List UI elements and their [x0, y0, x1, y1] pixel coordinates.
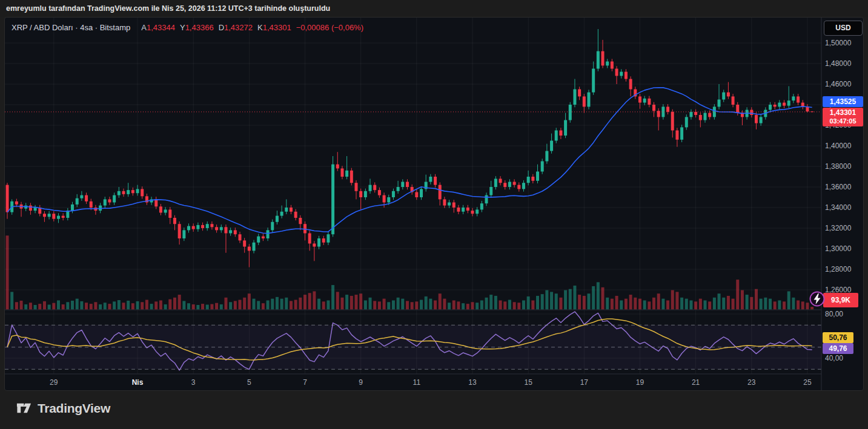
time-tick-label: 17 [580, 378, 588, 387]
rsi-value-label: 49,76 [823, 343, 853, 354]
time-tick-label: 9 [359, 378, 363, 387]
price-tick-label: 1,46000 [825, 80, 851, 88]
low-label: D [219, 23, 224, 32]
time-tick-label: Nis [132, 378, 144, 387]
attribution-text: emreyumlu tarafından TradingView.com ile… [0, 0, 868, 17]
low-value: 1,43272 [224, 23, 253, 32]
open-label: A [141, 23, 147, 32]
time-tick-label: 7 [303, 378, 307, 387]
open-value: 1,43344 [147, 23, 175, 32]
time-tick-label: 11 [413, 378, 420, 387]
price-tick-label: 1,34000 [825, 203, 851, 212]
footer-brand[interactable]: TradingView [16, 400, 110, 416]
price-tick-label: 1,40000 [825, 142, 851, 150]
time-tick-label: 3 [191, 378, 196, 387]
price-tick-label: 1,50000 [825, 39, 851, 47]
flash-icon[interactable] [809, 290, 826, 307]
high-label: Y [180, 23, 185, 32]
ma-price-label: 1,43525 [823, 96, 863, 107]
close-value: 1,43301 [263, 23, 291, 32]
price-tick-label: 1,32000 [825, 224, 851, 232]
time-tick-label: 13 [468, 378, 476, 387]
last-price-value: 1,43301 [823, 108, 863, 117]
time-tick-label: 15 [524, 378, 532, 387]
time-tick-label: 29 [50, 378, 58, 387]
time-axis[interactable]: 29Nis35791113151719212325 [5, 374, 821, 391]
chart-frame: XRP / ABD Doları · 4sa · BitstampA1,4334… [4, 17, 864, 391]
price-tick-label: 1,38000 [825, 162, 851, 171]
price-tick-label: 80,00 [825, 310, 843, 318]
time-tick-label: 21 [692, 378, 700, 387]
chart-legend: XRP / ABD Doları · 4sa · BitstampA1,4334… [12, 23, 363, 32]
high-value: 1,43366 [185, 23, 214, 32]
price-tick-label: 1,36000 [825, 183, 851, 191]
price-tick-label: 1,48000 [825, 59, 851, 68]
price-tick-label: 40,00 [825, 354, 843, 362]
change-value: −0,00086 (−0,06%) [296, 23, 363, 32]
tradingview-logo-icon [16, 400, 32, 416]
symbol-title[interactable]: XRP / ABD Doları · 4sa · Bitstamp [12, 23, 130, 32]
time-tick-label: 19 [636, 378, 644, 387]
candle-countdown: 03:47:05 [823, 117, 863, 125]
price-tick-label: 1,28000 [825, 265, 851, 273]
chart-canvas[interactable] [5, 18, 863, 390]
rsi-ma-label: 50,76 [823, 332, 853, 343]
volume-value-label: 93,9K [823, 293, 858, 307]
time-tick-label: 23 [747, 378, 755, 387]
close-label: K [257, 23, 263, 32]
tradingview-brand-text: TradingView [38, 401, 110, 416]
time-tick-label: 5 [247, 378, 251, 387]
last-price-label: 1,43301 03:47:05 [823, 108, 863, 126]
time-tick-label: 25 [803, 378, 811, 387]
currency-toggle-button[interactable]: USD [824, 21, 863, 36]
price-tick-label: 1,30000 [825, 244, 851, 253]
